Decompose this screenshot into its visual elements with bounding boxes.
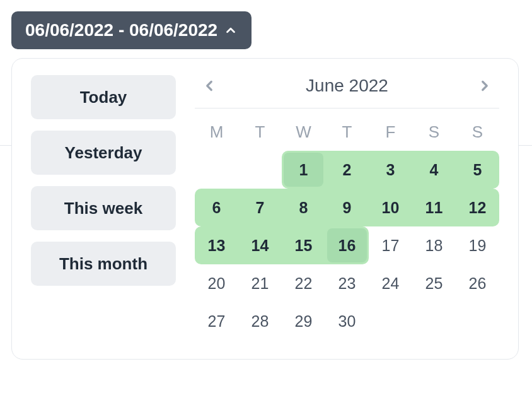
calendar-header: June 2022: [195, 75, 499, 109]
calendar-day[interactable]: 20: [195, 264, 238, 302]
calendar-day[interactable]: 24: [369, 264, 412, 302]
calendar-day[interactable]: 28: [238, 302, 282, 340]
calendar-day-empty: [195, 151, 238, 189]
preset-list: Today Yesterday This week This month: [31, 75, 176, 340]
preset-today[interactable]: Today: [31, 75, 176, 119]
calendar-day-empty: [456, 302, 499, 340]
calendar-day[interactable]: 30: [325, 302, 369, 340]
calendar-day[interactable]: 22: [282, 264, 325, 302]
calendar-day[interactable]: 19: [456, 226, 499, 264]
calendar-day[interactable]: 13: [195, 226, 238, 264]
calendar-week: 20212223242526: [195, 264, 499, 302]
calendar-grid: 1234567891011121314151617181920212223242…: [195, 151, 499, 340]
calendar-day[interactable]: 26: [456, 264, 499, 302]
preset-label: Yesterday: [65, 143, 142, 162]
calendar-day[interactable]: 12: [456, 189, 499, 226]
calendar: June 2022 MTWTFSS 1234567891011121314151…: [195, 75, 499, 340]
calendar-day[interactable]: 2: [325, 151, 369, 189]
calendar-day[interactable]: 11: [412, 189, 456, 226]
calendar-week: 6789101112: [195, 189, 499, 226]
weekday-label: S: [412, 122, 456, 142]
date-range-panel: Today Yesterday This week This month Jun…: [11, 58, 519, 360]
weekday-header: MTWTFSS: [195, 122, 499, 142]
calendar-day[interactable]: 21: [238, 264, 282, 302]
calendar-day[interactable]: 6: [195, 189, 238, 226]
calendar-day-empty: [369, 302, 412, 340]
calendar-day-empty: [238, 151, 282, 189]
calendar-day[interactable]: 7: [238, 189, 282, 226]
weekday-label: T: [325, 122, 369, 142]
calendar-day[interactable]: 27: [195, 302, 238, 340]
calendar-day[interactable]: 14: [238, 226, 282, 264]
weekday-label: T: [238, 122, 282, 142]
next-month-button[interactable]: [474, 75, 495, 97]
calendar-day[interactable]: 18: [412, 226, 456, 264]
calendar-day[interactable]: 10: [369, 189, 412, 226]
calendar-day-empty: [412, 302, 456, 340]
date-range-trigger[interactable]: 06/06/2022 - 06/06/2022: [11, 11, 252, 49]
calendar-day[interactable]: 17: [369, 226, 412, 264]
preset-label: This month: [59, 254, 147, 273]
weekday-label: S: [456, 122, 499, 142]
weekday-label: W: [282, 122, 325, 142]
chevron-up-icon: [224, 23, 238, 37]
calendar-week: 12345: [195, 151, 499, 189]
month-title: June 2022: [306, 76, 388, 96]
calendar-day[interactable]: 9: [325, 189, 369, 226]
date-range-label: 06/06/2022 - 06/06/2022: [25, 20, 217, 40]
calendar-week: 27282930: [195, 302, 499, 340]
calendar-day[interactable]: 29: [282, 302, 325, 340]
calendar-day[interactable]: 1: [282, 151, 325, 189]
calendar-day[interactable]: 5: [456, 151, 499, 189]
preset-this-week[interactable]: This week: [31, 186, 176, 230]
weekday-label: M: [195, 122, 238, 142]
calendar-day[interactable]: 4: [412, 151, 456, 189]
calendar-day[interactable]: 3: [369, 151, 412, 189]
calendar-day[interactable]: 23: [325, 264, 369, 302]
calendar-day[interactable]: 16: [325, 226, 369, 264]
weekday-label: F: [369, 122, 412, 142]
calendar-day[interactable]: 15: [282, 226, 325, 264]
calendar-day[interactable]: 25: [412, 264, 456, 302]
preset-this-month[interactable]: This month: [31, 242, 176, 286]
preset-label: This week: [64, 199, 142, 218]
prev-month-button[interactable]: [199, 75, 220, 97]
calendar-day[interactable]: 8: [282, 189, 325, 226]
calendar-week: 13141516171819: [195, 226, 499, 264]
preset-yesterday[interactable]: Yesterday: [31, 131, 176, 175]
preset-label: Today: [80, 88, 127, 107]
